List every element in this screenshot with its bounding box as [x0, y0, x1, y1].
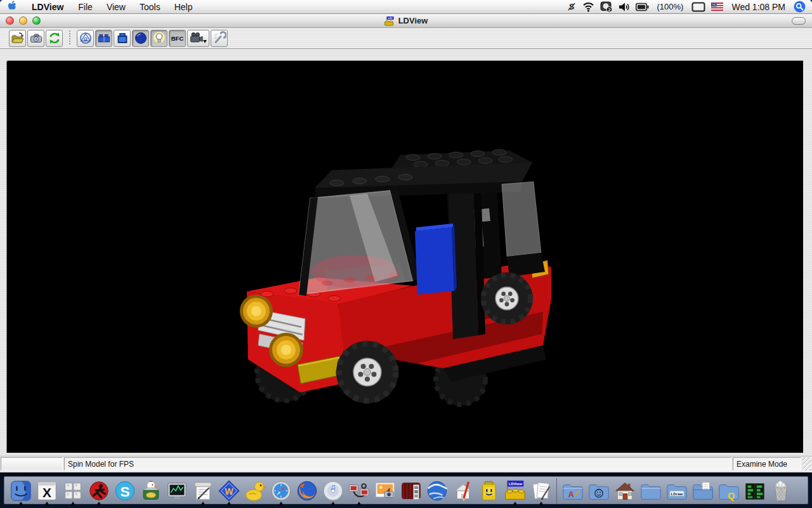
sketchup-icon	[451, 479, 475, 503]
open-folder-icon	[11, 31, 25, 45]
window-title-text: LDView	[398, 16, 428, 25]
reload-button[interactable]	[46, 30, 63, 47]
seams-button[interactable]	[95, 30, 112, 47]
dock-cyberduck[interactable]	[242, 478, 268, 504]
lighting-button[interactable]	[150, 30, 167, 47]
display-badge-icon[interactable]: 2	[600, 1, 613, 13]
svg-text:LDView: LDView	[508, 482, 522, 486]
dock-x11[interactable]: X	[34, 478, 60, 504]
dock-keyboard-viewer[interactable]: ASZX	[60, 478, 86, 504]
photo-booth-icon	[399, 479, 423, 503]
dock-folder-q[interactable]: Q	[716, 478, 742, 504]
svg-text:LDV: LDV	[388, 17, 393, 20]
wing-ide-icon: W	[217, 479, 241, 503]
resize-grip[interactable]	[802, 457, 811, 471]
running-indicator	[226, 502, 232, 505]
toolbar-toggle-pill[interactable]	[792, 17, 806, 25]
firefox-icon	[295, 479, 319, 503]
dock-iphoto[interactable]	[372, 478, 398, 504]
wifi-icon[interactable]	[582, 1, 594, 12]
running-indicator	[331, 502, 336, 505]
menu-file[interactable]: File	[71, 2, 100, 12]
save-snapshot-button[interactable]	[27, 30, 44, 47]
dock-teleport[interactable]	[346, 478, 372, 504]
dock-folder-plain[interactable]	[638, 478, 664, 504]
iphoto-icon	[373, 479, 397, 503]
svg-text:LDraw: LDraw	[671, 491, 683, 496]
menu-clock[interactable]: Wed 1:08 PM	[729, 2, 788, 12]
dock-photo-booth[interactable]	[398, 478, 424, 504]
wrench-icon	[213, 31, 226, 45]
close-button[interactable]	[6, 17, 14, 25]
menu-tools[interactable]: Tools	[133, 2, 167, 12]
primitive-substitution-button[interactable]	[132, 30, 149, 47]
dock-script-editor[interactable]	[190, 478, 216, 504]
bfc-button[interactable]: BFC	[169, 30, 186, 47]
dock-red-silhouette-app[interactable]	[86, 478, 112, 504]
menu-bar: LDView File View Tools Help S 2	[0, 0, 812, 14]
svg-text:Q: Q	[728, 491, 735, 501]
dock-text-editor[interactable]	[528, 478, 554, 504]
menu-app-name[interactable]: LDView	[24, 2, 71, 12]
dock-ldview[interactable]: LDView	[502, 478, 528, 504]
edge-lines-button[interactable]	[114, 30, 131, 47]
menu-view[interactable]: View	[100, 2, 133, 12]
dock-firefox[interactable]	[294, 478, 320, 504]
dock-yellow-canister-app[interactable]	[476, 478, 502, 504]
itunes-icon: ♫	[321, 479, 345, 503]
toolbar-separator	[66, 30, 74, 46]
status-bar: Spin Model for FPS Examine Mode	[0, 456, 812, 471]
dock-folder-smiley[interactable]	[586, 478, 612, 504]
svg-text:X: X	[43, 485, 51, 500]
dock-folder-documents[interactable]	[690, 478, 716, 504]
dock-trash[interactable]	[768, 478, 794, 504]
spotlight-icon[interactable]	[794, 1, 806, 13]
battery-percent[interactable]: (100%)	[655, 2, 686, 11]
dock-itunes[interactable]: ♫	[320, 478, 346, 504]
battery-icon[interactable]	[636, 3, 649, 11]
apple-menu[interactable]	[0, 1, 24, 13]
dock-folder-ldraw[interactable]: LDraw	[664, 478, 690, 504]
apple-logo-icon	[8, 1, 17, 11]
dock-folder-applications[interactable]: A	[560, 478, 586, 504]
zoom-button[interactable]	[32, 17, 41, 25]
model-viewport[interactable]	[6, 60, 803, 453]
minimize-button[interactable]	[19, 17, 27, 25]
dock-safari[interactable]	[268, 478, 294, 504]
dock-activity-monitor[interactable]	[164, 478, 190, 504]
open-file-button[interactable]	[9, 30, 26, 47]
s-script-menu-icon[interactable]: S	[566, 1, 577, 13]
select-view-button[interactable]	[187, 30, 209, 47]
ldview-window: LDV LDView	[0, 14, 812, 472]
bfc-text-icon: BFC	[169, 31, 185, 45]
dock-wing-ide[interactable]: W	[216, 478, 242, 504]
lego-brick-icon	[97, 31, 111, 45]
chicken-vnc-icon	[139, 479, 163, 503]
cyberduck-icon	[243, 479, 267, 503]
preferences-button[interactable]	[211, 30, 228, 47]
dock-folder-home[interactable]	[612, 478, 638, 504]
running-indicator	[44, 502, 49, 505]
volume-icon[interactable]	[619, 2, 630, 12]
displays-icon[interactable]	[691, 2, 705, 12]
svg-text:W: W	[225, 486, 233, 497]
dock-separator	[554, 478, 560, 504]
dock-chicken-of-the-vnc[interactable]	[138, 478, 164, 504]
dock-google-earth[interactable]	[424, 478, 450, 504]
dock-finder[interactable]	[8, 478, 34, 504]
running-indicator	[18, 502, 23, 505]
wireframe-button[interactable]	[77, 30, 94, 47]
dock-skype[interactable]: S	[112, 478, 138, 504]
wireframe-sphere-icon	[79, 31, 93, 45]
dock-green-screen-app[interactable]	[742, 478, 768, 504]
menu-help[interactable]: Help	[167, 2, 200, 12]
us-flag-icon[interactable]	[711, 3, 723, 11]
dock-sketchup[interactable]	[450, 478, 476, 504]
status-message: Spin Model for FPS	[64, 457, 731, 471]
plain-folder-icon	[639, 479, 663, 503]
yellow-canister-icon	[477, 479, 501, 503]
q-folder-icon: Q	[717, 479, 741, 503]
script-editor-icon	[191, 479, 215, 503]
title-bar[interactable]: LDV LDView	[0, 14, 812, 28]
smiley-folder-icon	[587, 479, 611, 503]
